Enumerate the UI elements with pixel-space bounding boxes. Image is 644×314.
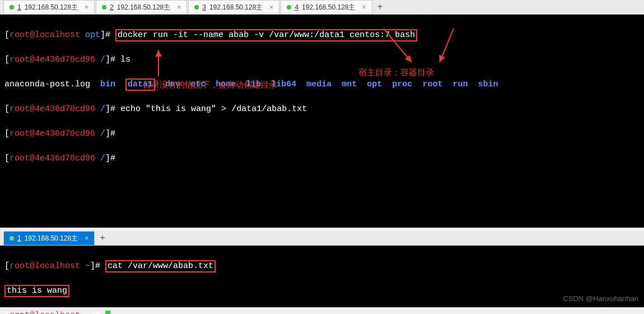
arrow-icon <box>148 45 171 79</box>
close-icon[interactable]: × <box>362 3 366 11</box>
arrow-icon <box>434 26 468 70</box>
terminal-line: [root@4e436d70cd96 /]# echo "this is wan… <box>4 103 640 116</box>
status-dot-icon <box>102 5 106 10</box>
terminal-line: [root@4e436d70cd96 /]# <box>4 153 640 165</box>
tab-label: 192.168.50.128主 <box>209 3 263 12</box>
close-icon[interactable]: × <box>177 3 181 11</box>
status-dot-icon <box>287 5 291 10</box>
tab-2[interactable]: 2 192.168.50.128主 × <box>96 0 187 14</box>
svg-line-0 <box>384 29 412 62</box>
status-dot-icon <box>194 5 199 10</box>
tab-num: 4 <box>295 3 298 11</box>
terminal-line: [root@4e436d70cd96 /]# <box>4 128 640 140</box>
tab-4[interactable]: 4 192.168.50.128主 × <box>281 0 372 14</box>
cursor-icon <box>105 311 110 314</box>
tab-num: 2 <box>110 3 114 11</box>
terminal-line: this is wang <box>4 285 640 297</box>
highlight-data1: data1 <box>125 78 155 91</box>
tab-num: 1 <box>17 3 21 11</box>
terminal-line: [root@localhost opt]# docker run -it --n… <box>4 29 640 41</box>
tab-num: 3 <box>202 3 206 11</box>
tab-bar-top: 1 192.168.50.128主 × 2 192.168.50.128主 × … <box>0 0 644 15</box>
close-icon[interactable]: × <box>85 3 88 11</box>
ls-output-line: anaconda-post.log bin data1 dev etc home… <box>4 78 640 91</box>
terminal-bottom[interactable]: [root@localhost ~]# cat /var/www/abab.tx… <box>0 246 644 307</box>
tab-label: 192.168.50.128主 <box>117 3 170 12</box>
arrow-icon <box>381 26 426 70</box>
tab-label: 192.168.50.128主 <box>25 3 78 12</box>
terminal-line: [root@localhost ~]# cat /var/www/abab.tx… <box>4 260 640 273</box>
close-icon[interactable]: × <box>269 3 273 11</box>
add-tab-button[interactable]: + <box>374 0 387 14</box>
highlight-command: docker run -it --name abab -v /var/www:/… <box>115 29 417 41</box>
terminal-line: [root@4e436d70cd96 /]# ls <box>4 54 640 66</box>
highlight-output: this is wang <box>4 285 69 297</box>
tab-1[interactable]: 1 192.168.50.128主 × <box>3 0 95 14</box>
terminal-line: [root@localhost ~]# <box>4 310 640 314</box>
terminal-top[interactable]: [root@localhost opt]# docker run -it --n… <box>0 15 644 228</box>
highlight-command: cat /var/www/abab.txt <box>105 260 216 273</box>
tab-label: 192.168.50.128主 <box>302 3 355 12</box>
svg-line-1 <box>440 29 454 62</box>
tab-3[interactable]: 3 192.168.50.128主 × <box>188 0 279 14</box>
status-dot-icon <box>10 5 14 10</box>
